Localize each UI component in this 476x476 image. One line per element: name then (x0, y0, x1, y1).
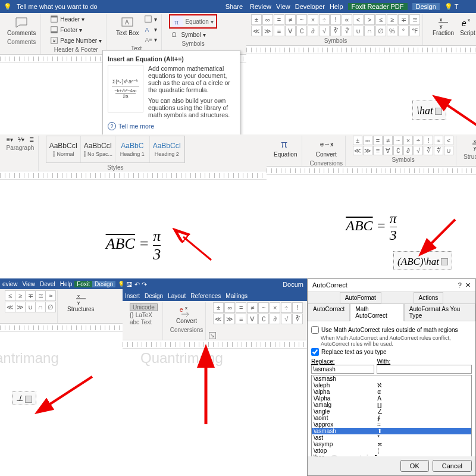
document-area-2[interactable]: \hat (246, 54, 476, 131)
symbol-cell[interactable]: ∂ (308, 26, 318, 36)
symbol-cell[interactable]: ∁ (296, 26, 307, 36)
symbol-cell[interactable]: ≥ (387, 14, 397, 25)
symbol-cell[interactable]: ∪ (353, 26, 364, 36)
autocorrect-row[interactable]: \aoint∳ (312, 415, 471, 421)
symbol-cell[interactable]: ∜ (342, 26, 352, 36)
text-box-button[interactable]: A Text Box (114, 14, 141, 37)
symbol-cell[interactable]: ≫ (262, 26, 273, 36)
symbol-cell[interactable]: < (353, 14, 364, 25)
tab-math-autocorrect[interactable]: Math AutoCorrect (350, 303, 403, 321)
symbol-cell[interactable]: ∝ (342, 14, 352, 25)
equation-placeholder[interactable]: ⊥ (12, 392, 36, 405)
structures-button[interactable]: xy (468, 136, 476, 152)
share-button[interactable]: Share (226, 3, 243, 10)
symbol-cell[interactable]: ≠ (285, 14, 296, 25)
symbol-cell[interactable]: ≅ (409, 14, 420, 25)
autocorrect-row[interactable]: \AlphaΑ (312, 395, 471, 402)
autocorrect-row[interactable]: \angle∠ (312, 408, 471, 415)
symbol-cell[interactable]: % (387, 26, 397, 36)
autocorrect-row[interactable]: \approx≈ (312, 421, 471, 428)
structures-button-5[interactable]: xyStructures (65, 290, 97, 314)
symbol-cell[interactable]: ° (398, 26, 409, 36)
symbol-cell[interactable]: ∩ (364, 26, 375, 36)
tab-autocorrect[interactable]: AutoCorrect (308, 303, 350, 321)
equation-button-4[interactable]: πEquation (271, 136, 299, 159)
dropcap-icon[interactable]: A≡▾ (142, 35, 159, 44)
autocorrect-row[interactable]: \alephℵ (312, 382, 471, 389)
symbol-cell[interactable]: ! (330, 14, 341, 25)
style-item[interactable]: AaBbCHeading 1 (115, 136, 150, 162)
tab-autoformat[interactable]: AutoFormat (340, 292, 381, 303)
tell-me-text[interactable]: Tell me what you want to do (17, 3, 98, 10)
symbol-cell[interactable]: ≤ (375, 14, 386, 25)
wordart-icon[interactable]: A▾ (142, 24, 159, 34)
convert-button-4[interactable]: e→xConvert (314, 136, 339, 159)
tooltip-tellmemore-link[interactable]: Tell me more (108, 122, 235, 130)
replace-input[interactable] (311, 365, 374, 374)
symbol-cell[interactable]: ∛ (330, 26, 341, 36)
symbol-cell[interactable]: ~ (296, 14, 307, 25)
symbol-cell[interactable]: ∅ (375, 26, 386, 36)
help-icon[interactable]: ? (458, 281, 462, 289)
autocorrect-row[interactable]: \ast* (312, 434, 471, 441)
symbol-cell[interactable]: > (364, 14, 375, 25)
autocorrect-row[interactable]: \asmash (312, 375, 471, 382)
fraction-button[interactable]: xyFraction (430, 14, 456, 37)
abctext-option[interactable]: abc Text (130, 319, 152, 325)
symbol-cell[interactable]: ∞ (262, 14, 273, 25)
convert-button-6[interactable]: exConvert (174, 302, 199, 325)
symbols-grid-small[interactable]: ±∞=≠~×÷!∝<≪≫≡∀∁∂√∛∜∪ (353, 136, 453, 155)
autocorrect-row[interactable]: \bar̄ (312, 454, 471, 456)
unicode-option[interactable]: Unicode (130, 303, 158, 311)
dialog-launcher-icon[interactable]: ↘ (209, 332, 216, 339)
comments-button[interactable]: Comments (5, 14, 38, 37)
autocorrect-row[interactable]: \asmash⬆ (312, 428, 471, 434)
tab-autoformat-asyoutype[interactable]: AutoFormat As You Type (404, 303, 475, 321)
symbol-cell[interactable]: ± (251, 14, 262, 25)
with-input[interactable] (377, 365, 472, 374)
symbol-cell[interactable]: ∀ (285, 26, 296, 36)
symbol-cell[interactable]: √ (319, 26, 330, 36)
equation-button[interactable]: π Equation ▾ (169, 14, 217, 29)
bullets-icon[interactable]: ≡▾ (5, 136, 15, 143)
document-area-4[interactable]: ABC = π3 (ABC)\hat (267, 175, 476, 276)
numbering-icon[interactable]: ⅟▾ (16, 136, 26, 143)
script-button[interactable]: exScript (458, 14, 476, 37)
close-icon[interactable]: ✕ (465, 281, 471, 289)
tab-view[interactable]: View (276, 3, 290, 10)
symbol-cell[interactable]: ∓ (398, 14, 409, 25)
tab-help[interactable]: Help (330, 3, 343, 10)
symbol-button[interactable]: ΩSymbol ▾ (169, 30, 207, 39)
symbol-cell[interactable]: = (274, 14, 284, 25)
symbol-cell[interactable]: × (308, 14, 318, 25)
autocorrect-row[interactable]: \alphaα (312, 389, 471, 395)
styles-gallery[interactable]: AaBbCcI┇ NormalAaBbCcI┇ No Spac...AaBbCH… (46, 136, 185, 163)
latex-option[interactable]: LaTeX (136, 312, 152, 318)
align-icon[interactable]: ≣ (27, 136, 36, 143)
tab-actions[interactable]: Actions (414, 292, 444, 303)
symbol-cell[interactable]: ℉ (409, 26, 420, 36)
symbol-cell[interactable]: ≪ (251, 26, 262, 36)
style-item[interactable]: AaBbCcIHeading 2 (150, 136, 184, 162)
autocorrect-row[interactable]: \asymp≍ (312, 441, 471, 447)
style-item[interactable]: AaBbCcI┇ No Spac... (81, 136, 115, 162)
header-button[interactable]: Header ▾ (48, 14, 86, 24)
autocorrect-list[interactable]: Quantrimang \asmash\alephℵ\alphaα\AlphaΑ… (311, 375, 472, 456)
style-item[interactable]: AaBbCcI┇ Normal (46, 136, 81, 162)
ok-button[interactable]: OK (400, 460, 429, 472)
tab-developer[interactable]: Developer (295, 3, 325, 10)
symbol-cell[interactable]: ≡ (274, 26, 284, 36)
cancel-button[interactable]: Cancel (433, 460, 472, 472)
tab-review[interactable]: Review (250, 3, 271, 10)
autocorrect-row[interactable]: \amalg∐ (312, 402, 471, 408)
checkbox-replace-as-type[interactable]: Replace text as you type (311, 348, 472, 356)
tab-foxit[interactable]: Foxit Reader PDF (348, 3, 408, 10)
symbols-mini[interactable]: ≤≥∓≅≈ ≪≫∪∩∅ (5, 290, 55, 312)
equation-dropdown-icon[interactable] (441, 258, 448, 265)
document-area-3[interactable]: ABC = π3 (0, 180, 267, 275)
page-number-button[interactable]: #Page Number ▾ (48, 36, 104, 45)
quick-parts-icon[interactable]: ▾ (142, 14, 159, 24)
symbols-grid[interactable]: ±∞=≠~×÷!∝<>≤≥∓≅≪≫≡∀∁∂√∛∜∪∩∅%°℉ (251, 14, 420, 36)
checkbox-outside-math[interactable]: Use Math AutoCorrect rules outside of ma… (311, 326, 472, 334)
autocorrect-row[interactable]: \atop¦ (312, 447, 471, 454)
